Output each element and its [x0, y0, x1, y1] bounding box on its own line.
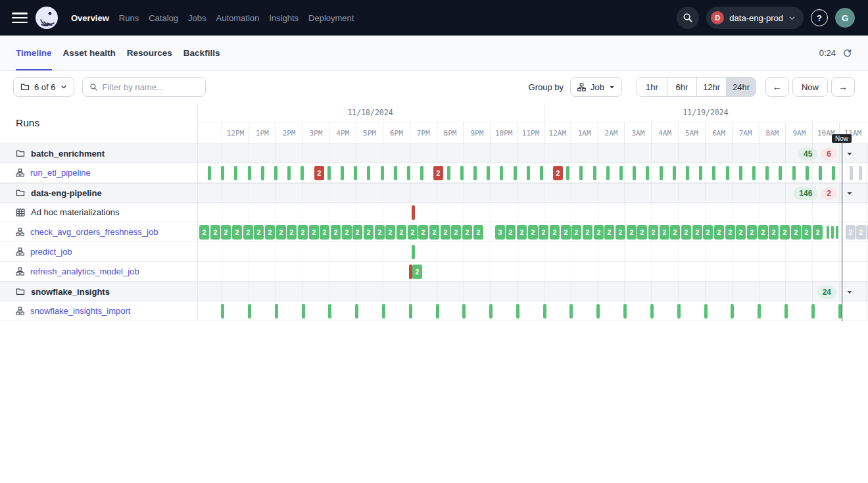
tab-timeline[interactable]: Timeline: [16, 36, 52, 70]
success-run-mark[interactable]: [593, 166, 596, 180]
nav-jobs[interactable]: Jobs: [188, 13, 206, 23]
success-run-mark[interactable]: 2: [769, 225, 779, 240]
success-run-mark[interactable]: [354, 166, 357, 180]
success-run-mark[interactable]: 3: [495, 225, 505, 240]
success-run-mark[interactable]: [739, 166, 742, 180]
success-run-mark[interactable]: [436, 304, 439, 318]
success-run-mark[interactable]: 2: [703, 225, 713, 240]
failed-run-mark[interactable]: [412, 205, 415, 220]
range-24hr[interactable]: 24hr: [726, 78, 756, 96]
success-run-mark[interactable]: [487, 166, 490, 180]
success-run-mark[interactable]: 2: [736, 225, 746, 240]
success-run-mark[interactable]: [566, 166, 569, 180]
nav-overview[interactable]: Overview: [71, 13, 109, 23]
success-run-mark[interactable]: 2: [352, 225, 362, 240]
tab-resources[interactable]: Resources: [127, 36, 172, 70]
success-run-mark[interactable]: 2: [681, 225, 691, 240]
success-run-mark[interactable]: 2: [539, 225, 548, 240]
success-run-mark[interactable]: 2: [320, 225, 329, 240]
job-link[interactable]: run_etl_pipeline: [30, 168, 91, 178]
job-link[interactable]: refresh_analytics_model_job: [30, 267, 139, 276]
failed-run-mark[interactable]: 2: [553, 166, 563, 180]
success-run-mark[interactable]: [447, 166, 450, 180]
success-run-mark[interactable]: 2: [298, 225, 308, 240]
success-run-mark[interactable]: 2: [276, 225, 286, 240]
success-run-mark[interactable]: [726, 166, 729, 180]
success-run-mark[interactable]: [234, 166, 237, 180]
success-run-mark[interactable]: 2: [550, 225, 560, 240]
success-run-mark[interactable]: 2: [813, 225, 823, 240]
success-run-mark[interactable]: 2: [648, 225, 658, 240]
success-run-mark[interactable]: [579, 166, 583, 180]
success-run-mark[interactable]: [381, 166, 384, 180]
success-run-mark[interactable]: [758, 304, 761, 318]
success-run-mark[interactable]: 2: [462, 225, 472, 240]
group-row[interactable]: data-eng-pipeline1462: [0, 183, 868, 203]
scheduled-run-mark[interactable]: [850, 166, 853, 180]
success-run-mark[interactable]: [527, 166, 530, 180]
success-run-mark[interactable]: [806, 166, 809, 180]
success-run-mark[interactable]: 2: [692, 225, 702, 240]
success-run-mark[interactable]: 2: [243, 225, 253, 240]
success-run-mark[interactable]: 2: [528, 225, 538, 240]
failure-count-badge[interactable]: 2: [821, 187, 836, 200]
success-run-mark[interactable]: [731, 304, 734, 318]
success-run-mark[interactable]: 2: [660, 225, 669, 240]
success-run-mark[interactable]: [208, 166, 211, 180]
success-run-mark[interactable]: 2: [385, 225, 395, 240]
success-run-mark[interactable]: [355, 304, 358, 318]
scheduled-run-mark[interactable]: 2: [846, 225, 856, 240]
success-run-mark[interactable]: [462, 304, 466, 318]
success-run-mark[interactable]: 2: [408, 225, 418, 240]
success-run-mark[interactable]: [569, 304, 573, 318]
success-run-mark[interactable]: [500, 166, 503, 180]
success-run-mark[interactable]: 2: [210, 225, 220, 240]
success-run-mark[interactable]: [301, 166, 304, 180]
success-run-mark[interactable]: 2: [265, 225, 275, 240]
success-run-mark[interactable]: 2: [637, 225, 647, 240]
success-run-mark[interactable]: [836, 226, 838, 239]
repo-filter-button[interactable]: 6 of 6: [13, 77, 74, 97]
failed-run-mark[interactable]: 2: [314, 166, 324, 180]
tab-asset-health[interactable]: Asset health: [63, 36, 116, 70]
success-run-mark[interactable]: [341, 166, 344, 180]
success-run-mark[interactable]: [543, 304, 546, 318]
success-run-mark[interactable]: [328, 304, 331, 318]
success-run-mark[interactable]: [633, 166, 636, 180]
success-run-mark[interactable]: [606, 166, 610, 180]
failure-count-badge[interactable]: 6: [821, 147, 836, 161]
success-run-mark[interactable]: [261, 166, 264, 180]
success-run-mark[interactable]: [514, 166, 517, 180]
success-run-mark[interactable]: 2: [364, 225, 374, 240]
success-run-mark[interactable]: 2: [714, 225, 724, 240]
success-run-mark[interactable]: [409, 304, 412, 318]
scheduled-run-mark[interactable]: [859, 166, 862, 180]
jump-to-now-button[interactable]: Now: [792, 77, 828, 97]
success-run-mark[interactable]: 2: [615, 225, 625, 240]
success-run-mark[interactable]: [540, 166, 543, 180]
range-1hr[interactable]: 1hr: [637, 78, 667, 96]
scroll-forward-button[interactable]: →: [831, 77, 855, 97]
success-count-badge[interactable]: 146: [794, 187, 817, 200]
success-run-mark[interactable]: [275, 304, 278, 318]
success-run-mark[interactable]: [704, 304, 708, 318]
success-run-mark[interactable]: [623, 304, 627, 318]
failed-run-mark[interactable]: 2: [433, 166, 443, 180]
success-run-mark[interactable]: [221, 166, 224, 180]
success-run-mark[interactable]: 2: [506, 225, 516, 240]
success-run-mark[interactable]: [248, 166, 251, 180]
success-run-mark[interactable]: [489, 304, 493, 318]
success-run-mark[interactable]: 2: [429, 225, 439, 240]
success-run-mark[interactable]: [832, 166, 835, 180]
success-run-mark[interactable]: [646, 166, 649, 180]
success-run-mark[interactable]: [752, 166, 756, 180]
job-link[interactable]: snowflake_insights_import: [30, 306, 130, 316]
name-filter-input[interactable]: [103, 82, 218, 92]
success-run-mark[interactable]: [686, 166, 689, 180]
success-run-mark[interactable]: 2: [331, 225, 341, 240]
dagster-logo[interactable]: [34, 5, 59, 30]
success-run-mark[interactable]: [274, 166, 277, 180]
nav-automation[interactable]: Automation: [216, 13, 259, 23]
success-run-mark[interactable]: 2: [583, 225, 592, 240]
success-run-mark[interactable]: [792, 166, 796, 180]
